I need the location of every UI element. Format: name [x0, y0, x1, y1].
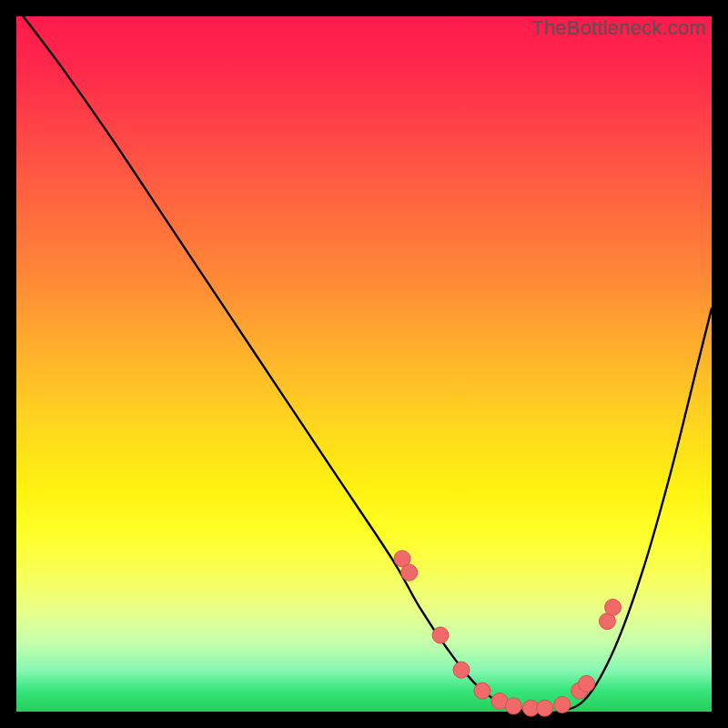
- curve-dot: [505, 698, 521, 714]
- bottleneck-curve: [16, 16, 712, 712]
- curve-dots-group: [394, 551, 622, 716]
- chart-plot-area: TheBottleneck.com: [16, 16, 712, 712]
- curve-dot: [605, 599, 622, 615]
- curve-dot: [554, 696, 571, 713]
- curve-dot: [401, 564, 418, 581]
- curve-dot: [579, 675, 595, 692]
- curve-dot: [474, 682, 490, 699]
- curve-dot: [453, 662, 470, 678]
- curve-dot: [537, 700, 553, 716]
- curve-dot: [432, 627, 449, 643]
